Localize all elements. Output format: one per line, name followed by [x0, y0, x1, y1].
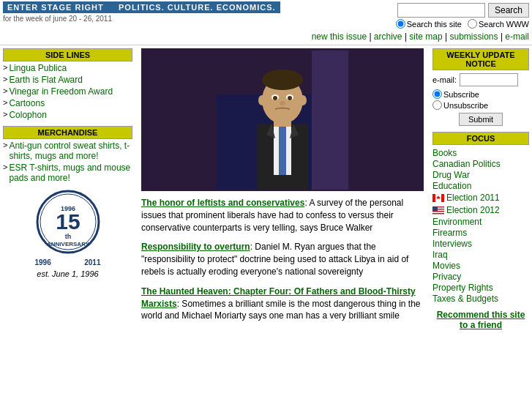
side-lines-title: SIDE LINES — [3, 48, 132, 61]
email-row: e-mail: — [432, 73, 529, 86]
article3-text: : Sometimes a brilliant smile is the mos… — [141, 299, 421, 321]
weekly-update-section: WEEKLY UPDATE NOTICE e-mail: Subscribe U… — [432, 48, 529, 126]
svg-rect-11 — [279, 124, 286, 175]
svg-point-18 — [280, 101, 285, 105]
article3: The Haunted Heaven: Chapter Four: Of Fat… — [141, 286, 424, 322]
left-sidebar: SIDE LINES > Lingua Publica > Earth is F… — [0, 45, 135, 333]
subscribe-radio[interactable] — [432, 89, 442, 99]
focus-privacy-link[interactable]: Privacy — [432, 272, 529, 282]
search-www-option[interactable]: Search WWW — [468, 19, 529, 29]
focus-iraq-link[interactable]: Iraq — [432, 250, 529, 260]
subscribe-label: Subscribe — [443, 90, 479, 99]
svg-rect-31 — [432, 211, 444, 212]
email-label: e-mail: — [432, 75, 457, 84]
svg-text:15: 15 — [56, 209, 80, 234]
svg-point-16 — [273, 96, 277, 100]
focus-property-rights-link[interactable]: Property Rights — [432, 283, 529, 293]
list-item: > Cartoons — [3, 98, 132, 108]
badge-svg: 1996 15 th ANNIVERSARY — [35, 189, 101, 255]
anniversary-badge: 1996 15 th ANNIVERSARY 1996 2011 est. Ju… — [3, 189, 132, 278]
arrow-icon: > — [3, 75, 7, 83]
merchandise-section: MERCHANDISE > Anti-gun control sweat shi… — [3, 126, 132, 183]
focus-books-link[interactable]: Books — [432, 148, 529, 158]
focus-movies-link[interactable]: Movies — [432, 261, 529, 271]
cartoons-link[interactable]: Cartoons — [9, 98, 45, 108]
nav-archive[interactable]: archive — [374, 31, 402, 42]
list-item: > ESR T-shirts, mugs and mouse pads and … — [3, 163, 132, 183]
search-input[interactable] — [397, 3, 485, 18]
focus-section: FOCUS Books Canadian Politics Drug War E… — [432, 132, 529, 304]
site-title: ENTER STAGE RIGHT — [7, 3, 104, 12]
arrow-icon: > — [3, 141, 7, 149]
canada-flag-icon — [432, 194, 444, 202]
nav-email[interactable]: e-mail — [505, 31, 529, 42]
article2: Responsibility to overturn: Daniel M. Ry… — [141, 241, 424, 277]
earth-flat-link[interactable]: Earth is Flat Award — [9, 75, 83, 85]
focus-interviews-link[interactable]: Interviews — [432, 239, 529, 249]
email-form: e-mail: Subscribe Unsubscribe Submit — [432, 73, 529, 126]
focus-taxes-budgets-link[interactable]: Taxes & Budgets — [432, 294, 529, 304]
nav-new-this-issue[interactable]: new this issue — [312, 31, 367, 42]
unsubscribe-radio[interactable] — [432, 100, 442, 110]
week-label: for the week of june 20 - 26, 2011 — [3, 15, 280, 23]
arrow-icon: > — [3, 110, 7, 119]
list-item: > Anti-gun control sweat shirts, t-shirt… — [3, 141, 132, 161]
lingua-publica-link[interactable]: Lingua Publica — [9, 63, 67, 73]
search-this-site-radio[interactable] — [396, 19, 405, 29]
arrow-icon: > — [3, 63, 7, 72]
focus-canadian-politics-link[interactable]: Canadian Politics — [432, 159, 529, 169]
focus-education-link[interactable]: Education — [432, 181, 529, 191]
main-photo — [141, 48, 424, 191]
svg-text:th: th — [64, 233, 71, 240]
arrow-icon: > — [3, 163, 7, 171]
search-www-radio[interactable] — [468, 19, 477, 29]
usa-flag-icon — [432, 206, 444, 215]
person-photo — [217, 51, 348, 190]
svg-point-17 — [288, 96, 292, 100]
main-layout: SIDE LINES > Lingua Publica > Earth is F… — [0, 45, 532, 333]
focus-election-2012-link[interactable]: Election 2012 — [446, 205, 500, 215]
site-tagline: POLITICS. CULTURE. ECONOMICS. — [119, 3, 276, 12]
badge-year1: 1996 — [35, 258, 51, 266]
vinegar-link[interactable]: Vinegar in Freedom Award — [9, 86, 113, 97]
svg-rect-33 — [432, 206, 438, 211]
svg-point-21 — [299, 95, 307, 105]
header: ENTER STAGE RIGHT POLITICS. CULTURE. ECO… — [0, 0, 532, 30]
list-item: > Colophon — [3, 110, 132, 120]
recommend-link[interactable]: Recommend this site to a friend — [437, 310, 525, 330]
search-www-label: Search WWW — [479, 20, 529, 29]
site-banner: ENTER STAGE RIGHT POLITICS. CULTURE. ECO… — [3, 1, 280, 13]
subscribe-option: Subscribe — [432, 89, 529, 99]
search-this-site-label: Search this site — [407, 20, 462, 29]
article2-title-link[interactable]: Responsibility to overturn — [141, 242, 250, 252]
search-row: Search — [397, 3, 529, 18]
merch-2-link[interactable]: ESR T-shirts, mugs and mouse pads and mo… — [9, 163, 132, 183]
merch-1-link[interactable]: Anti-gun control sweat shirts, t-shirts,… — [9, 141, 132, 161]
merchandise-title: MERCHANDISE — [3, 126, 132, 139]
focus-drug-war-link[interactable]: Drug War — [432, 170, 529, 180]
colophon-link[interactable]: Colophon — [9, 110, 46, 120]
svg-text:ANNIVERSARY: ANNIVERSARY — [47, 241, 90, 247]
submit-button[interactable]: Submit — [459, 113, 503, 126]
header-right: Search Search this site Search WWW — [396, 3, 529, 29]
focus-election-2012-item: Election 2012 — [432, 204, 529, 216]
svg-point-19 — [262, 70, 303, 90]
badge-established: est. June 1, 1996 — [3, 269, 132, 278]
search-button[interactable]: Search — [488, 3, 529, 18]
focus-election-2011-link[interactable]: Election 2011 — [446, 193, 500, 203]
list-item: > Earth is Flat Award — [3, 75, 132, 85]
nav-links: new this issue | archive | site map | su… — [0, 30, 532, 45]
email-input[interactable] — [460, 73, 518, 86]
svg-rect-32 — [432, 213, 444, 215]
focus-election-2011-item: Election 2011 — [432, 192, 529, 204]
svg-rect-26 — [441, 194, 444, 202]
search-this-site-option[interactable]: Search this site — [396, 19, 462, 29]
center-content: The honor of leftists and conservatives:… — [135, 45, 430, 333]
focus-environment-link[interactable]: Environment — [432, 217, 529, 227]
search-options: Search this site Search WWW — [396, 19, 529, 29]
focus-firearms-link[interactable]: Firearms — [432, 228, 529, 238]
focus-title: FOCUS — [432, 132, 529, 145]
nav-submissions[interactable]: submissions — [450, 31, 498, 42]
article1-title-link[interactable]: The honor of leftists and conservatives — [141, 198, 304, 208]
nav-site-map[interactable]: site map — [409, 31, 442, 42]
